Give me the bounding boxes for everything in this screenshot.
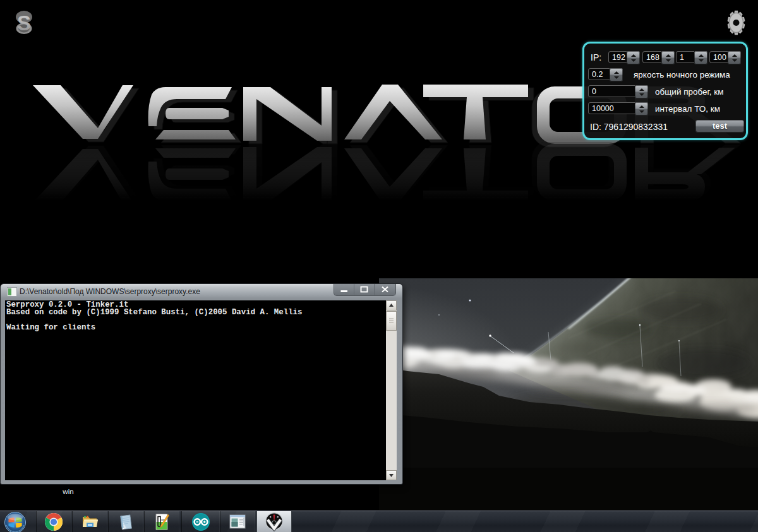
svg-text:S: S [17,11,31,35]
